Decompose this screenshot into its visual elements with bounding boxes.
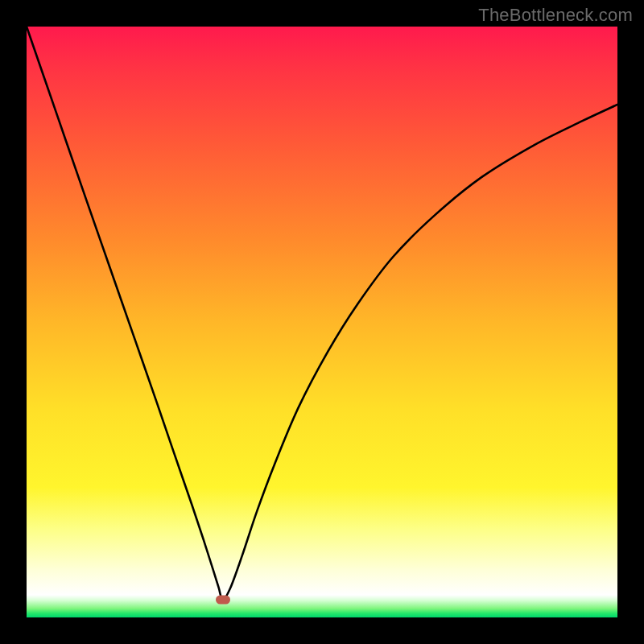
plot-area bbox=[27, 27, 617, 617]
min-marker bbox=[216, 595, 230, 604]
chart-frame: TheBottleneck.com bbox=[0, 0, 644, 644]
watermark-label: TheBottleneck.com bbox=[478, 5, 633, 26]
bottleneck-curve bbox=[27, 27, 617, 617]
